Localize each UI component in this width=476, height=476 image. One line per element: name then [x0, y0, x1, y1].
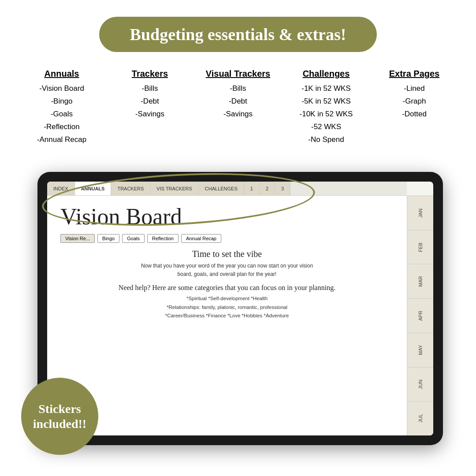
- content-help: Need help? Here are some categories that…: [60, 284, 394, 292]
- features-section: Annuals -Vision Board -Bingo -Goals -Ref…: [0, 69, 476, 146]
- nav-tabs: INDEX ANNUALS TRACKERS VIS TRACKERS CHAL…: [47, 182, 407, 196]
- tab-challenges[interactable]: CHALLENGES: [199, 182, 244, 195]
- col-item: -Bills -Debt -Savings: [198, 82, 278, 121]
- col-item: -Bills -Debt -Savings: [110, 82, 190, 121]
- month-tab-feb[interactable]: FEB: [407, 230, 433, 264]
- page-title: Vision Board: [60, 204, 394, 230]
- feature-col-visual-trackers: Visual Trackers -Bills -Debt -Savings: [194, 69, 282, 146]
- tab-index[interactable]: INDEX: [47, 182, 75, 195]
- month-tab-mar[interactable]: MAR: [407, 264, 433, 298]
- banner-title: Budgeting essentials & extras!: [130, 25, 346, 44]
- col-title-visual-trackers: Visual Trackers: [198, 69, 278, 79]
- month-tab-may[interactable]: MAY: [407, 333, 433, 367]
- tab-trackers[interactable]: TRACKERS: [111, 182, 150, 195]
- month-tab-jul[interactable]: JUL: [407, 401, 433, 435]
- stickers-line2: included!!: [33, 416, 86, 431]
- month-tab-jun[interactable]: JUN: [407, 367, 433, 402]
- stickers-line1: Stickers: [38, 402, 81, 416]
- col-title-challenges: Challenges: [286, 69, 366, 79]
- feature-col-trackers: Trackers -Bills -Debt -Savings: [106, 69, 194, 146]
- stickers-badge: Stickers included!!: [21, 378, 98, 455]
- planner-content: Vision Board Vision Re... Bingo Goals Re…: [47, 196, 407, 435]
- feature-col-challenges: Challenges -1K in 52 WKS -5K in 52 WKS -…: [282, 69, 370, 146]
- sub-nav-bingo[interactable]: Bingo: [97, 234, 119, 243]
- month-tab-jan[interactable]: JAN: [407, 196, 433, 230]
- tablet-container: INDEX ANNUALS TRACKERS VIS TRACKERS CHAL…: [37, 172, 463, 463]
- banner-pill: Budgeting essentials & extras!: [99, 17, 377, 52]
- content-subtitle: Time to set the vibe: [60, 249, 394, 259]
- col-title-annuals: Annuals: [22, 69, 101, 79]
- banner-section: Budgeting essentials & extras!: [0, 17, 476, 52]
- tab-3[interactable]: 3: [275, 182, 290, 195]
- month-tabs: JAN FEB MAR APR MAY JUN JUL: [407, 196, 433, 435]
- col-title-trackers: Trackers: [110, 69, 190, 79]
- col-title-extra: Extra Pages: [375, 69, 454, 79]
- sub-nav-goals[interactable]: Goals: [122, 234, 145, 243]
- tab-2[interactable]: 2: [260, 182, 275, 195]
- tab-vis-trackers[interactable]: VIS TRACKERS: [150, 182, 199, 195]
- sub-nav-annual-recap[interactable]: Annual Recap: [181, 234, 221, 243]
- tab-annuals[interactable]: ANNUALS: [75, 182, 112, 195]
- tablet-outer: INDEX ANNUALS TRACKERS VIS TRACKERS CHAL…: [37, 172, 443, 445]
- tab-1[interactable]: 1: [244, 182, 260, 195]
- tablet-screen: INDEX ANNUALS TRACKERS VIS TRACKERS CHAL…: [47, 182, 433, 435]
- content-list: *Spiritual *Self-development *Health *Re…: [60, 294, 394, 320]
- feature-col-annuals: Annuals -Vision Board -Bingo -Goals -Ref…: [18, 69, 106, 146]
- sub-nav-reflection[interactable]: Reflection: [147, 234, 178, 243]
- sub-nav-vision-recap[interactable]: Vision Re...: [60, 234, 95, 243]
- col-item: -Lined -Graph -Dotted: [375, 82, 454, 121]
- col-item: -Vision Board -Bingo -Goals -Reflection …: [22, 82, 101, 146]
- month-tab-apr[interactable]: APR: [407, 298, 433, 333]
- content-body1: Now that you have your word of the year …: [60, 262, 394, 279]
- sub-nav: Vision Re... Bingo Goals Reflection Annu…: [60, 234, 394, 243]
- feature-col-extra: Extra Pages -Lined -Graph -Dotted: [370, 69, 458, 146]
- col-item: -1K in 52 WKS -5K in 52 WKS -10K in 52 W…: [286, 82, 366, 146]
